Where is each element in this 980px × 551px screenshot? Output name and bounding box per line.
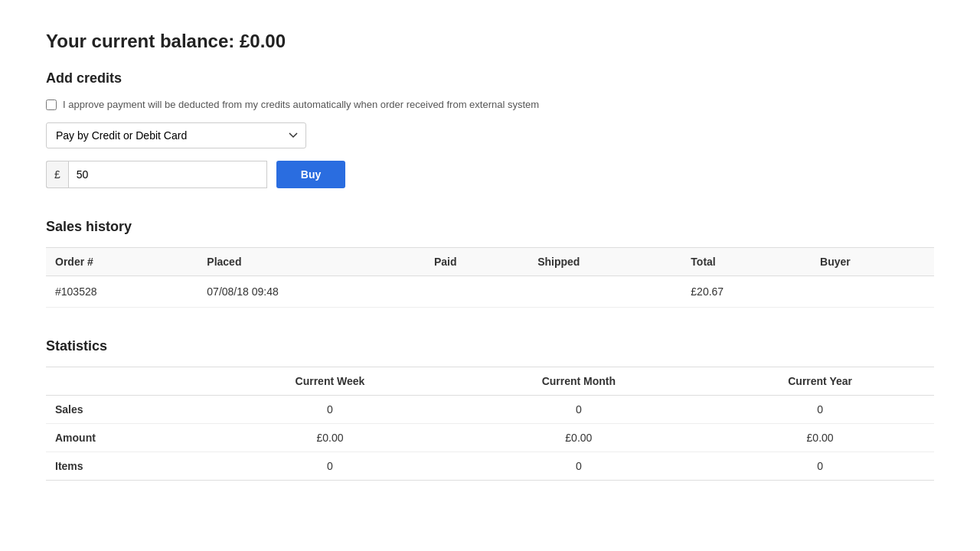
- stats-col-year: Current Year: [706, 367, 934, 396]
- stats-col-week: Current Week: [208, 367, 451, 396]
- stats-week-value: 0: [208, 396, 451, 424]
- auto-deduct-row: I approve payment will be deducted from …: [46, 99, 934, 110]
- orders-table-header-row: Order # Placed Paid Shipped Total Buyer: [46, 248, 934, 276]
- stats-row-label: Amount: [46, 424, 208, 452]
- col-buyer: Buyer: [811, 248, 934, 276]
- statistics-section: Statistics Current Week Current Month Cu…: [46, 338, 934, 481]
- orders-table: Order # Placed Paid Shipped Total Buyer …: [46, 247, 934, 308]
- stats-year-value: 0: [706, 396, 934, 424]
- cell-total: £20.67: [681, 276, 811, 308]
- current-balance-title: Your current balance: £0.00: [46, 31, 934, 52]
- table-row: Amount £0.00 £0.00 £0.00: [46, 424, 934, 452]
- auto-deduct-checkbox[interactable]: [46, 99, 57, 110]
- stats-year-value: £0.00: [706, 424, 934, 452]
- buy-row: £ Buy: [46, 161, 934, 188]
- sales-history-section: Sales history Order # Placed Paid Shippe…: [46, 219, 934, 308]
- table-row: Sales 0 0 0: [46, 396, 934, 424]
- amount-input[interactable]: [68, 161, 267, 188]
- payment-method-select[interactable]: Pay by Credit or Debit Card: [46, 122, 306, 148]
- statistics-table: Current Week Current Month Current Year …: [46, 367, 934, 481]
- add-credits-section: Add credits I approve payment will be de…: [46, 70, 934, 188]
- add-credits-title: Add credits: [46, 70, 934, 86]
- cell-paid: [425, 276, 528, 308]
- cell-order-number: #103528: [46, 276, 198, 308]
- stats-row-label: Sales: [46, 396, 208, 424]
- statistics-title: Statistics: [46, 338, 934, 354]
- auto-deduct-label: I approve payment will be deducted from …: [63, 99, 539, 110]
- cell-shipped: [528, 276, 681, 308]
- cell-buyer: [811, 276, 934, 308]
- col-total: Total: [681, 248, 811, 276]
- stats-year-value: 0: [706, 452, 934, 481]
- stats-month-value: 0: [452, 452, 707, 481]
- stats-month-value: 0: [452, 396, 707, 424]
- stats-header-row: Current Week Current Month Current Year: [46, 367, 934, 396]
- table-row: #103528 07/08/18 09:48 £20.67: [46, 276, 934, 308]
- buy-button[interactable]: Buy: [276, 161, 345, 188]
- stats-week-value: £0.00: [208, 424, 451, 452]
- col-order-number: Order #: [46, 248, 198, 276]
- currency-symbol: £: [46, 161, 68, 188]
- cell-placed: 07/08/18 09:48: [198, 276, 425, 308]
- col-shipped: Shipped: [528, 248, 681, 276]
- stats-row-label: Items: [46, 452, 208, 481]
- stats-col-month: Current Month: [452, 367, 707, 396]
- stats-month-value: £0.00: [452, 424, 707, 452]
- stats-col-label: [46, 367, 208, 396]
- stats-week-value: 0: [208, 452, 451, 481]
- col-paid: Paid: [425, 248, 528, 276]
- col-placed: Placed: [198, 248, 425, 276]
- payment-method-row: Pay by Credit or Debit Card: [46, 122, 934, 148]
- table-row: Items 0 0 0: [46, 452, 934, 481]
- sales-history-title: Sales history: [46, 219, 934, 235]
